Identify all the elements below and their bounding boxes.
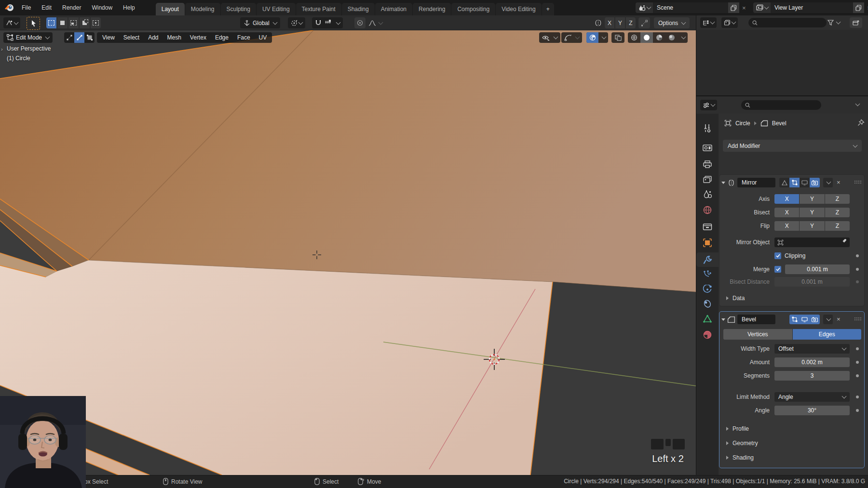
tab-texture-paint[interactable]: Texture Paint [296, 3, 341, 15]
bevel-collapse-icon[interactable] [721, 318, 725, 321]
angle-animate-dot[interactable] [856, 409, 859, 412]
angle-field[interactable]: 30° [774, 406, 850, 415]
symmetry-x-button[interactable]: X [605, 17, 614, 28]
outliner-search-input[interactable] [760, 19, 811, 26]
bisect-distance-animate-dot[interactable] [856, 280, 859, 283]
mirror-show-on-cage-toggle[interactable] [779, 178, 789, 187]
limit-method-animate-dot[interactable] [856, 396, 859, 398]
mirror-axis-x[interactable]: X [774, 194, 799, 204]
tab-uv-editing[interactable]: UV Editing [257, 3, 296, 15]
geometry-section-expand-icon[interactable] [726, 441, 729, 445]
bisect-distance-field[interactable]: 0.001 m [774, 277, 850, 287]
properties-options-chevron[interactable] [855, 102, 860, 106]
tab-compositing[interactable]: Compositing [451, 3, 495, 15]
mirror-flip-x[interactable]: X [774, 221, 799, 231]
select-mode-intersect-button[interactable] [91, 17, 101, 28]
bevel-show-in-editmode-toggle[interactable] [789, 315, 800, 324]
gizmos-dropdown[interactable] [561, 32, 582, 43]
segments-animate-dot[interactable] [856, 374, 859, 377]
menu-face[interactable]: Face [233, 34, 255, 41]
edge-select-button[interactable] [74, 32, 84, 43]
amount-field[interactable]: 0.002 m [774, 357, 850, 367]
shading-wireframe-button[interactable] [628, 32, 640, 43]
mode-dropdown[interactable]: Edit Mode [3, 32, 53, 43]
tab-tool[interactable] [703, 123, 712, 134]
menu-edit[interactable]: Edit [36, 1, 57, 14]
bevel-panel-header[interactable]: Bevel × [721, 314, 863, 325]
bevel-drag-handle[interactable] [854, 317, 862, 321]
shading-rendered-button[interactable] [665, 32, 678, 43]
mirror-bisect-y[interactable]: Y [800, 208, 824, 217]
segments-field[interactable]: 3 [774, 371, 850, 381]
outliner-display-mode-button[interactable] [721, 17, 738, 28]
options-dropdown[interactable]: Options [654, 17, 690, 28]
breadcrumb-object[interactable]: Circle [735, 120, 750, 127]
shading-solid-button[interactable] [640, 32, 653, 43]
mirror-panel-header[interactable]: Mirror × [721, 177, 863, 188]
view-layer-copy-icon[interactable] [853, 2, 864, 13]
tab-video-editing[interactable]: Video Editing [496, 3, 542, 15]
view-layer-name-field[interactable]: View Layer [771, 2, 853, 13]
merge-animate-dot[interactable] [856, 268, 859, 271]
mirror-drag-handle[interactable] [854, 181, 862, 185]
data-section-label[interactable]: Data [732, 295, 745, 302]
amount-animate-dot[interactable] [856, 361, 859, 364]
mirror-bisect-x[interactable]: X [774, 208, 799, 217]
tab-constraints[interactable] [703, 299, 712, 310]
limit-method-dropdown[interactable]: Angle [774, 392, 850, 402]
blender-logo-icon[interactable] [4, 3, 14, 13]
add-workspace-button[interactable]: + [542, 3, 554, 15]
snap-toggle-icon[interactable] [315, 19, 322, 27]
breadcrumb-modifier[interactable]: Bevel [772, 120, 787, 127]
mirror-axis-z[interactable]: Z [825, 194, 850, 204]
scene-icon[interactable] [636, 2, 653, 13]
select-mode-subtract-button[interactable] [68, 17, 79, 28]
select-mode-extend-button[interactable] [57, 17, 68, 28]
tab-object-data[interactable] [703, 315, 712, 325]
mirror-show-in-viewport-toggle[interactable] [800, 178, 810, 187]
clipping-animate-dot[interactable] [856, 254, 859, 257]
mirror-flip-z[interactable]: Z [825, 221, 850, 231]
scene-name-field[interactable]: Scene [653, 2, 728, 13]
shading-section-label[interactable]: Shading [732, 454, 754, 461]
merge-value-field[interactable]: 0.001 m [785, 264, 850, 274]
mirror-show-in-editmode-toggle[interactable] [789, 178, 800, 187]
tab-layout[interactable]: Layout [156, 3, 185, 15]
tab-shading[interactable]: Shading [342, 3, 375, 15]
tab-modeling[interactable]: Modeling [185, 3, 220, 15]
eyedropper-icon[interactable] [841, 238, 847, 246]
pivot-point-dropdown[interactable] [288, 17, 305, 28]
mirror-extras-dropdown[interactable] [823, 178, 833, 187]
tab-view-layer[interactable] [703, 175, 712, 185]
select-mode-new-button[interactable] [46, 17, 56, 28]
object-visibility-dropdown[interactable] [539, 32, 560, 43]
mirror-axis-y[interactable]: Y [800, 194, 824, 204]
mirror-bisect-z[interactable]: Z [825, 208, 850, 217]
editor-type-button[interactable] [3, 17, 20, 28]
clipping-checkbox[interactable] [774, 252, 781, 259]
mirror-name-field[interactable]: Mirror [737, 178, 775, 187]
width-type-dropdown[interactable]: Offset [774, 344, 850, 354]
view-layer-icon[interactable] [753, 2, 771, 13]
tab-world[interactable] [703, 205, 712, 216]
mirror-delete-button[interactable]: × [837, 178, 841, 187]
symmetry-y-button[interactable]: Y [615, 17, 625, 28]
tab-scene[interactable] [703, 190, 712, 200]
menu-edge[interactable]: Edge [211, 34, 233, 41]
pin-icon[interactable] [857, 119, 865, 128]
scene-copy-icon[interactable] [728, 2, 739, 13]
mirror-object-field[interactable] [774, 237, 850, 247]
proportional-edit-toggle[interactable] [354, 17, 366, 28]
tab-collection[interactable] [703, 223, 712, 232]
shading-dropdown[interactable] [678, 32, 688, 43]
add-modifier-button[interactable]: Add Modifier [723, 140, 862, 152]
bevel-delete-button[interactable]: × [837, 315, 841, 324]
menu-file[interactable]: File [16, 1, 36, 14]
menu-window[interactable]: Window [86, 1, 118, 14]
tab-particles[interactable] [703, 270, 712, 280]
menu-mesh[interactable]: Mesh [163, 34, 186, 41]
outliner-filter-button[interactable] [826, 17, 842, 28]
mesh-symmetry-icon[interactable] [594, 19, 602, 28]
bevel-extras-dropdown[interactable] [823, 315, 833, 324]
bevel-vertices-button[interactable]: Vertices [723, 329, 792, 340]
